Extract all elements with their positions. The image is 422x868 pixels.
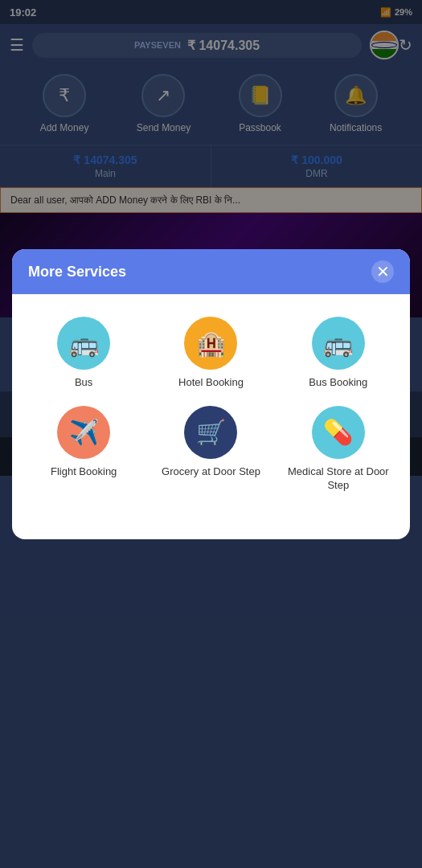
modal-close-button[interactable]: ✕ [371, 260, 394, 283]
grocery-label: Grocery at Door Step [162, 465, 260, 479]
medical-store-label: Medical Store at Door Step [283, 465, 394, 493]
service-flight-booking[interactable]: ✈️ Flight Booking [28, 406, 139, 493]
more-services-modal: More Services ✕ 🚌 Bus 🏨 Hotel Booking 🚌 … [12, 249, 410, 539]
service-bus[interactable]: 🚌 Bus [28, 317, 139, 390]
flight-booking-label: Flight Booking [51, 465, 117, 479]
bus-booking-label: Bus Booking [309, 376, 367, 390]
bus-icon: 🚌 [57, 317, 110, 370]
bus-booking-icon: 🚌 [312, 317, 365, 370]
service-hotel-booking[interactable]: 🏨 Hotel Booking [155, 317, 266, 390]
modal-title: More Services [28, 264, 126, 280]
hotel-booking-icon: 🏨 [184, 317, 237, 370]
hotel-booking-label: Hotel Booking [178, 376, 244, 390]
service-medical-store[interactable]: 💊 Medical Store at Door Step [283, 406, 394, 493]
medical-store-icon: 💊 [312, 406, 365, 459]
services-grid: 🚌 Bus 🏨 Hotel Booking 🚌 Bus Booking ✈️ F… [12, 294, 410, 515]
grocery-icon: 🛒 [184, 406, 237, 459]
bus-label: Bus [75, 376, 92, 390]
flight-booking-icon: ✈️ [57, 406, 110, 459]
modal-header: More Services ✕ [12, 249, 410, 294]
service-grocery[interactable]: 🛒 Grocery at Door Step [155, 406, 266, 493]
service-bus-booking[interactable]: 🚌 Bus Booking [283, 317, 394, 390]
